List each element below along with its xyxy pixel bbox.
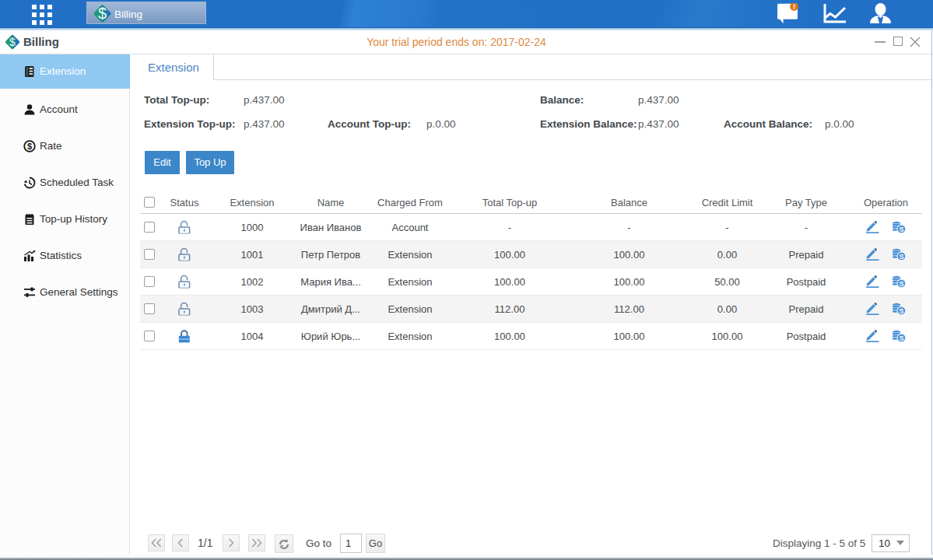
svg-text:S: S xyxy=(899,253,903,261)
svg-text:S: S xyxy=(899,280,903,288)
svg-text:$: $ xyxy=(27,142,32,151)
svg-text:S: S xyxy=(899,226,903,233)
svg-text:S: S xyxy=(899,334,903,342)
svg-text:S: S xyxy=(899,307,903,315)
